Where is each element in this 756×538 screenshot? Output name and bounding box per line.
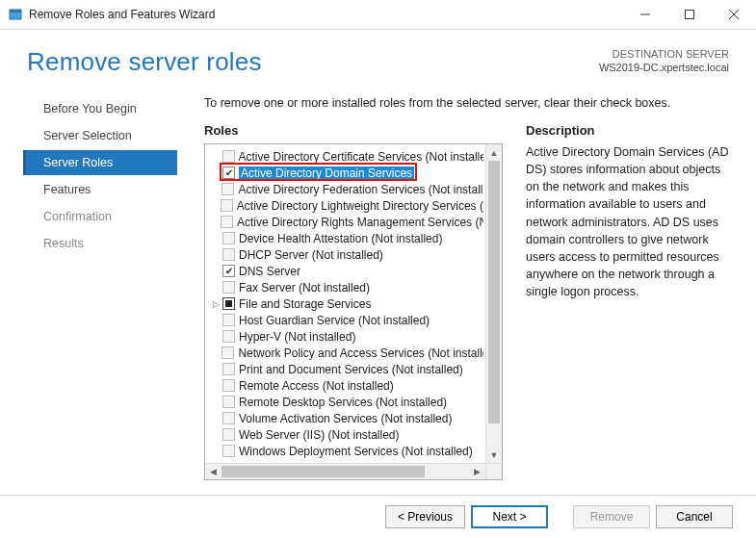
- role-label: Print and Document Services (Not install…: [239, 363, 463, 376]
- wizard-step[interactable]: Server Roles: [23, 150, 177, 175]
- role-label: Remote Desktop Services (Not installed): [239, 396, 447, 409]
- page-heading: Remove server roles: [27, 47, 599, 77]
- button-spacer: [554, 505, 567, 528]
- scroll-right-button[interactable]: ▶: [469, 464, 485, 479]
- scroll-down-button[interactable]: ▼: [486, 447, 502, 463]
- role-row[interactable]: DHCP Server (Not installed): [211, 246, 483, 263]
- role-label: Volume Activation Services (Not installe…: [239, 412, 452, 425]
- scroll-h-thumb[interactable]: [222, 466, 425, 477]
- wizard-step[interactable]: Features: [23, 177, 177, 202]
- role-row[interactable]: Active Directory Federation Services (No…: [211, 181, 483, 197]
- scroll-v-thumb[interactable]: [488, 161, 500, 423]
- wizard-footer: < Previous Next > Remove Cancel: [0, 495, 756, 538]
- horizontal-scrollbar[interactable]: ◀ ▶: [205, 463, 485, 479]
- scroll-v-track[interactable]: [486, 161, 502, 447]
- close-button[interactable]: [712, 0, 756, 29]
- role-checkbox: [222, 150, 235, 163]
- role-label: Hyper-V (Not installed): [239, 330, 355, 344]
- roles-listbox: Active Directory Certificate Services (N…: [204, 143, 503, 480]
- role-checkbox: [222, 281, 235, 294]
- maximize-button[interactable]: [667, 0, 712, 29]
- svg-rect-3: [686, 11, 694, 19]
- role-row[interactable]: Active Directory Certificate Services (N…: [211, 148, 483, 165]
- window-title: Remove Roles and Features Wizard: [29, 8, 623, 21]
- destination-server-label: DESTINATION SERVER: [599, 47, 729, 61]
- role-checkbox[interactable]: [222, 265, 235, 277]
- description-column: Description Active Directory Domain Serv…: [503, 123, 733, 480]
- role-checkbox: [222, 248, 235, 261]
- role-label: File and Storage Services: [239, 297, 371, 311]
- role-row[interactable]: Hyper-V (Not installed): [211, 328, 483, 345]
- roles-column: Roles Active Directory Certificate Servi…: [204, 123, 503, 480]
- role-label: Remote Access (Not installed): [239, 379, 394, 393]
- remove-button: Remove: [573, 505, 650, 528]
- role-label: Windows Deployment Services (Not install…: [239, 445, 473, 458]
- role-label: Active Directory Federation Services (No…: [238, 183, 483, 196]
- roles-header: Roles: [204, 123, 503, 138]
- role-label: Active Directory Lightweight Directory S…: [237, 199, 483, 213]
- wizard-step[interactable]: Before You Begin: [23, 96, 177, 121]
- role-row[interactable]: Fax Server (Not installed): [211, 279, 483, 295]
- scroll-up-button[interactable]: ▲: [486, 144, 502, 161]
- role-checkbox: [222, 379, 235, 392]
- role-label: DHCP Server (Not installed): [239, 248, 383, 262]
- destination-server-name: WS2019-DC.xpertstec.local: [599, 61, 729, 74]
- role-checkbox: [222, 232, 235, 244]
- description-header: Description: [526, 123, 733, 138]
- destination-server-block: DESTINATION SERVER WS2019-DC.xpertstec.l…: [599, 47, 729, 75]
- role-checkbox[interactable]: [222, 167, 235, 179]
- wizard-step[interactable]: Server Selection: [23, 123, 177, 148]
- wizard-step: Confirmation: [23, 204, 177, 229]
- scroll-left-button[interactable]: ◀: [205, 464, 222, 479]
- role-checkbox: [222, 396, 235, 408]
- role-row[interactable]: ▷File and Storage Services: [211, 295, 483, 312]
- role-row[interactable]: Volume Activation Services (Not installe…: [211, 410, 483, 426]
- wizard-body: Before You BeginServer SelectionServer R…: [0, 90, 756, 480]
- role-checkbox[interactable]: [222, 297, 235, 310]
- role-label: Active Directory Rights Management Servi…: [237, 216, 483, 229]
- role-label: Host Guardian Service (Not installed): [239, 314, 430, 327]
- role-checkbox: [222, 346, 234, 359]
- role-row[interactable]: Web Server (IIS) (Not installed): [211, 426, 483, 443]
- role-label: Active Directory Certificate Services (N…: [239, 150, 484, 164]
- role-row[interactable]: Active Directory Rights Management Servi…: [211, 214, 483, 230]
- role-row[interactable]: Host Guardian Service (Not installed): [211, 312, 483, 328]
- role-label: Device Health Attestation (Not installed…: [239, 232, 442, 245]
- vertical-scrollbar[interactable]: ▲ ▼: [485, 144, 502, 463]
- role-row[interactable]: Print and Document Services (Not install…: [211, 361, 483, 377]
- role-checkbox: [222, 330, 235, 343]
- role-checkbox: [221, 216, 233, 228]
- role-expander[interactable]: ▷: [211, 299, 221, 309]
- scrollbar-corner: [485, 463, 502, 479]
- minimize-button[interactable]: [623, 0, 667, 29]
- role-row[interactable]: Network Policy and Access Services (Not …: [211, 345, 483, 361]
- wizard-step: Results: [23, 231, 177, 256]
- role-row[interactable]: Active Directory Domain Services: [211, 165, 483, 181]
- roles-list[interactable]: Active Directory Certificate Services (N…: [205, 144, 485, 463]
- role-row[interactable]: DNS Server: [211, 263, 483, 279]
- previous-button[interactable]: < Previous: [385, 505, 465, 528]
- cancel-button[interactable]: Cancel: [656, 505, 733, 528]
- role-row[interactable]: Windows Deployment Services (Not install…: [211, 443, 483, 459]
- app-icon: [8, 7, 23, 22]
- intro-text: To remove one or more installed roles fr…: [204, 96, 733, 110]
- role-checkbox: [222, 412, 235, 424]
- svg-rect-1: [10, 10, 21, 13]
- role-row[interactable]: Device Health Attestation (Not installed…: [211, 230, 483, 246]
- role-checkbox: [222, 363, 235, 375]
- main-panel: To remove one or more installed roles fr…: [177, 90, 733, 480]
- role-row[interactable]: Remote Desktop Services (Not installed): [211, 394, 483, 410]
- role-row[interactable]: Remote Access (Not installed): [211, 377, 483, 394]
- role-checkbox: [221, 199, 233, 212]
- role-checkbox: [222, 445, 235, 457]
- wizard-header: Remove server roles DESTINATION SERVER W…: [0, 30, 756, 90]
- role-row[interactable]: Active Directory Lightweight Directory S…: [211, 197, 483, 214]
- role-label: Active Directory Domain Services: [239, 167, 414, 180]
- role-checkbox: [222, 428, 235, 441]
- role-label: Fax Server (Not installed): [239, 281, 370, 295]
- next-button[interactable]: Next >: [471, 505, 548, 528]
- description-text: Active Directory Domain Services (AD DS)…: [526, 143, 733, 300]
- titlebar: Remove Roles and Features Wizard: [0, 0, 756, 29]
- scroll-h-track[interactable]: [222, 464, 469, 479]
- role-label: Web Server (IIS) (Not installed): [239, 428, 400, 442]
